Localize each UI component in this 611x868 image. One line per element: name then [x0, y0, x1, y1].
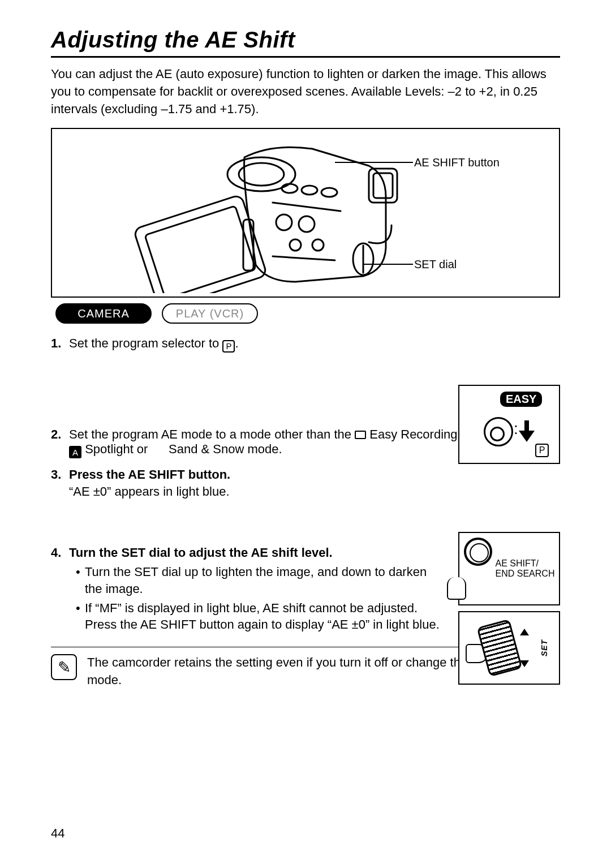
- step-2-b: Easy Recording,: [369, 427, 461, 441]
- mode-badges: CAMERA PLAY (VCR): [51, 303, 560, 324]
- step-4-head: Turn the SET dial to adjust the AE shift…: [69, 545, 447, 560]
- hand-icon: [447, 577, 466, 600]
- figure-ae-shift-button: AE SHIFT/ END SEARCH: [458, 532, 560, 605]
- callout-ae-shift: AE SHIFT button: [414, 156, 500, 169]
- callout-line: [335, 162, 413, 163]
- camcorder-diagram: AE SHIFT button SET dial: [51, 128, 560, 298]
- callout-set-dial: SET dial: [414, 258, 457, 271]
- svg-point-11: [299, 216, 315, 232]
- step-4-bullet-2: If “MF” is displayed in light blue, AE s…: [76, 600, 447, 633]
- step-3-sub: “AE ±0” appears in light blue.: [69, 484, 447, 499]
- svg-rect-5: [145, 206, 256, 293]
- step-1-text-b: .: [235, 336, 238, 350]
- step-number: 2.: [51, 427, 69, 459]
- figure-set-dial: SET: [458, 611, 560, 685]
- step-3: Press the AE SHIFT button. “AE ±0” appea…: [69, 467, 447, 499]
- step-number: 1.: [51, 336, 69, 353]
- step-4-bullet-1: Turn the SET dial up to lighten the imag…: [76, 564, 447, 597]
- set-dial-label: SET: [540, 639, 549, 656]
- rectangle-icon: [355, 431, 366, 439]
- arrow-up-icon: [520, 629, 529, 635]
- svg-rect-3: [373, 173, 393, 198]
- button-press-icon: [464, 538, 492, 566]
- selector-dial-icon: [484, 417, 513, 446]
- step-1-text-a: Set the program selector to: [69, 336, 222, 350]
- svg-point-9: [321, 188, 337, 197]
- step-number: 4.: [51, 545, 69, 635]
- step-3-head: Press the AE SHIFT button.: [69, 467, 447, 482]
- mode-play-vcr: PLAY (VCR): [162, 303, 258, 324]
- step-2-d: Sand & Snow mode.: [169, 442, 282, 456]
- arrow-down-icon: [519, 420, 535, 443]
- svg-point-10: [276, 214, 292, 230]
- button-label-line1: AE SHIFT/: [496, 558, 555, 569]
- spotlight-icon: A: [69, 446, 81, 458]
- page-number: 44: [51, 826, 64, 841]
- step-4: Turn the SET dial to adjust the AE shift…: [69, 545, 447, 635]
- page-title: Adjusting the AE Shift: [51, 27, 560, 53]
- step-2-c: Spotlight or: [85, 442, 151, 456]
- p-icon: P: [535, 444, 549, 457]
- button-label: AE SHIFT/ END SEARCH: [496, 558, 555, 579]
- mode-camera: CAMERA: [55, 303, 152, 324]
- button-label-line2: END SEARCH: [496, 569, 555, 579]
- step-2-a: Set the program AE mode to a mode other …: [69, 427, 355, 441]
- svg-point-12: [290, 239, 301, 251]
- figure-program-selector: EASY : P: [458, 385, 560, 464]
- title-rule: [51, 56, 560, 58]
- svg-point-8: [302, 186, 317, 195]
- svg-point-13: [312, 239, 324, 251]
- easy-badge: EASY: [500, 392, 542, 407]
- dial-wheel-icon: [476, 619, 522, 677]
- callout-line: [363, 264, 413, 265]
- intro-paragraph: You can adjust the AE (auto exposure) fu…: [51, 66, 560, 118]
- p-icon: P: [222, 340, 235, 353]
- svg-point-1: [239, 163, 284, 186]
- step-number: 3.: [51, 467, 69, 499]
- note-icon: ✎: [51, 654, 77, 680]
- step-1: Set the program selector to P.: [69, 336, 560, 353]
- camcorder-drawing: [126, 135, 420, 293]
- svg-point-7: [282, 184, 298, 193]
